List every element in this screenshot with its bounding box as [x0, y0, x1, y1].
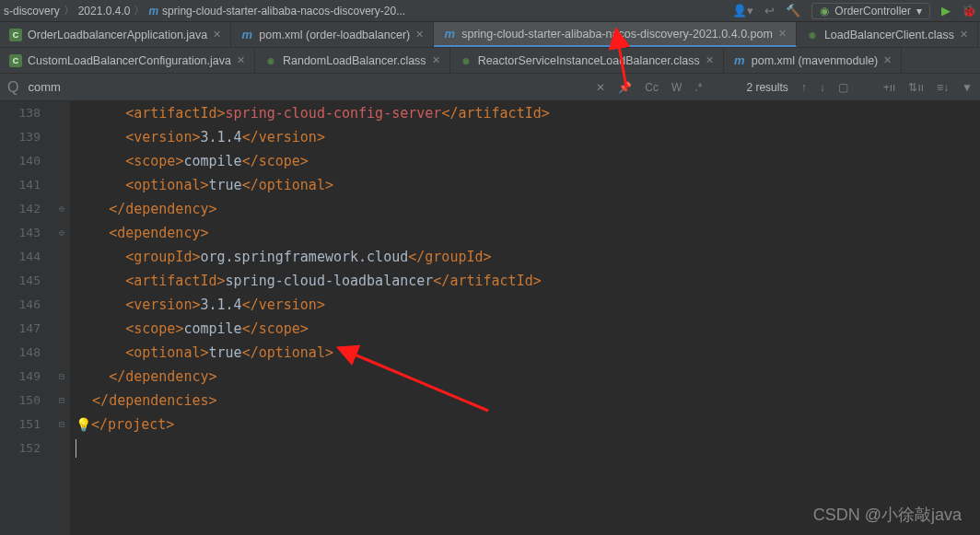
- close-icon[interactable]: ✕: [432, 54, 440, 66]
- close-icon[interactable]: ✕: [706, 54, 714, 66]
- editor-tabs-row-1: COrderLoadbalancerApplication.java✕mpom.…: [0, 22, 980, 48]
- pin-icon[interactable]: 📌: [618, 81, 632, 94]
- tab-label: pom.xml (mavenmodule): [752, 54, 879, 67]
- chevron-right-icon: 〉: [64, 3, 75, 18]
- code-area[interactable]: <artifactId>spring-cloud-config-server</…: [70, 101, 980, 535]
- editor-tab[interactable]: mpom.xml (mavenmodule)✕: [724, 48, 903, 73]
- results-count: 2 results: [746, 81, 788, 94]
- crumb-2[interactable]: 2021.0.4.0: [78, 5, 131, 17]
- search-input[interactable]: [28, 80, 304, 94]
- line-gutter: 1381391401411421431441451461471481491501…: [0, 101, 53, 535]
- intention-bulb-icon[interactable]: 💡: [76, 413, 91, 436]
- chevron-right-icon: 〉: [134, 3, 145, 18]
- tab-label: pom.xml (order-loadbalancer): [259, 29, 410, 41]
- watermark: CSDN @小徐敲java: [813, 504, 962, 526]
- sort-icon[interactable]: ≡↓: [937, 81, 949, 94]
- close-icon[interactable]: ✕: [883, 54, 892, 66]
- debug-icon[interactable]: 🐞: [962, 4, 976, 17]
- tab-label: CustomLoadBalancerConfiguration.java: [28, 54, 231, 67]
- dropdown-icon: ▾: [916, 5, 922, 17]
- breadcrumb: s-discovery 〉 2021.0.4.0 〉 m spring-clou…: [4, 3, 732, 18]
- maven-icon: m: [148, 5, 158, 17]
- add-selection-icon[interactable]: +ıı: [883, 81, 896, 94]
- close-icon[interactable]: ✕: [415, 29, 424, 41]
- tab-label: OrderLoadbalancerApplication.java: [28, 29, 207, 41]
- next-match[interactable]: ↓: [820, 81, 825, 94]
- close-icon[interactable]: ✕: [778, 28, 787, 40]
- run-config-dropdown[interactable]: ◉ OrderController ▾: [811, 3, 930, 19]
- editor-tab[interactable]: ◉RandomLoadBalancer.class✕: [255, 48, 450, 73]
- user-icon[interactable]: 👤▾: [732, 4, 753, 17]
- editor-tab[interactable]: CCustomLoadBalancerConfiguration.java✕: [0, 48, 255, 73]
- editor-tab[interactable]: COrderLoadbalancerApplication.java✕: [0, 22, 231, 47]
- code-editor: 1381391401411421431441451461471481491501…: [0, 101, 980, 535]
- search-icon: Q: [7, 79, 18, 96]
- regex-toggle[interactable]: .*: [694, 81, 702, 94]
- hammer-icon[interactable]: 🔨: [786, 4, 800, 17]
- clear-icon[interactable]: ✕: [596, 81, 605, 94]
- editor-tab[interactable]: mpom.xml (order-loadbalancer)✕: [231, 22, 434, 47]
- editor-tab[interactable]: ◉LoadBalancerClient.class✕: [797, 22, 978, 47]
- editor-tab[interactable]: mspring-cloud-starter-alibaba-nacos-disc…: [434, 22, 797, 47]
- filter-icon[interactable]: ▼: [962, 81, 973, 94]
- fold-column[interactable]: ⊖⊖⊟⊟⊟: [53, 101, 70, 535]
- run-config-label: OrderController: [834, 5, 911, 17]
- tab-label: RandomLoadBalancer.class: [283, 54, 426, 67]
- tab-label: LoadBalancerClient.class: [824, 29, 954, 41]
- editor-tabs-row-2: CCustomLoadBalancerConfiguration.java✕◉R…: [0, 48, 980, 74]
- run-icon[interactable]: ▶: [941, 4, 951, 17]
- search-bar: Q ✕ 📌 Cc W .* 2 results ↑ ↓ ▢ +ıı ⇅ıı ≡↓…: [0, 74, 980, 101]
- editor-tab[interactable]: ◉ReactorServiceInstanceLoadBalancer.clas…: [450, 48, 724, 73]
- prev-match[interactable]: ↑: [801, 81, 807, 94]
- tab-label: ReactorServiceInstanceLoadBalancer.class: [478, 54, 700, 67]
- back-icon[interactable]: ↩: [764, 4, 775, 17]
- select-all-icon[interactable]: ▢: [838, 81, 848, 94]
- close-icon[interactable]: ✕: [960, 29, 968, 41]
- crumb-1[interactable]: s-discovery: [4, 5, 60, 17]
- controller-icon: ◉: [820, 5, 829, 17]
- case-toggle[interactable]: Cc: [645, 81, 659, 94]
- toggle-icon[interactable]: ⇅ıı: [908, 81, 924, 94]
- close-icon[interactable]: ✕: [237, 54, 245, 66]
- words-toggle[interactable]: W: [671, 81, 682, 94]
- close-icon[interactable]: ✕: [213, 29, 221, 41]
- tab-label: spring-cloud-starter-alibaba-nacos-disco…: [461, 28, 773, 41]
- crumb-3[interactable]: spring-cloud-starter-alibaba-nacos-disco…: [162, 5, 405, 17]
